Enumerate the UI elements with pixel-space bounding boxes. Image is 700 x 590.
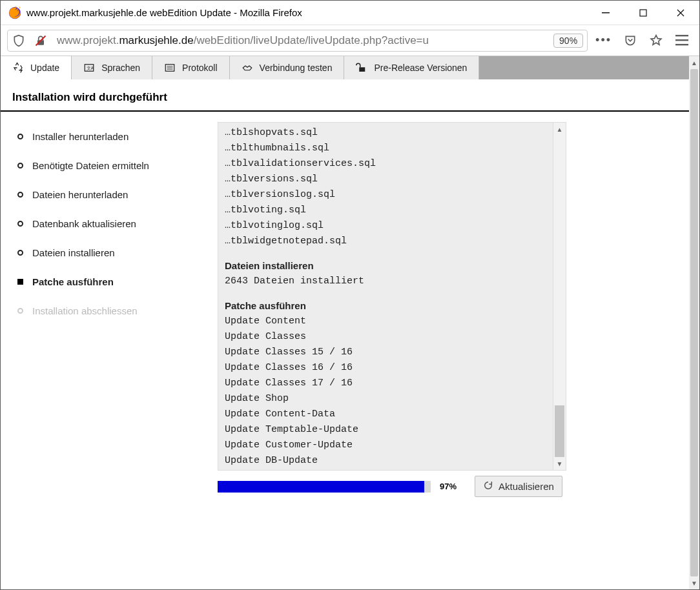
step-bullet-icon [17, 192, 23, 198]
tab-label: Update [30, 63, 59, 73]
page-actions-icon[interactable]: ••• [595, 34, 612, 47]
scroll-down-icon[interactable]: ▼ [553, 457, 566, 470]
window-frame: www.projekt.markusjehle.de webEdition Up… [0, 0, 700, 590]
step-bullet-icon [17, 250, 23, 256]
step-list: Installer herunterladenBenötigte Dateien… [17, 122, 211, 497]
menu-hamburger-icon[interactable] [671, 30, 693, 52]
log-scrollbar[interactable]: ▲ ▼ [553, 123, 566, 470]
tab-sprachen[interactable]: 文ASprachen [72, 56, 152, 79]
svg-rect-14 [360, 67, 365, 72]
pocket-icon[interactable] [619, 30, 641, 52]
step-item: Dateien herunterladen [17, 180, 211, 209]
url-bar[interactable]: www.projekt.markusjehle.de/webEdition/li… [7, 30, 588, 52]
window-title: www.projekt.markusjehle.de webEdition Up… [26, 7, 587, 18]
step-label: Benötigte Dateien ermitteln [32, 160, 149, 171]
lock-disabled-icon[interactable] [30, 30, 52, 52]
app-tabbar: Update文ASprachenProtokollVerbindung test… [1, 56, 689, 79]
recycle-icon [12, 62, 24, 74]
browser-toolbar: www.projekt.markusjehle.de/webEdition/li… [1, 25, 699, 56]
page-scrollbar[interactable]: ▲ ▼ [689, 56, 699, 589]
progress-percent-label: 97% [440, 482, 466, 491]
step-bullet-icon [17, 163, 23, 168]
step-label: Installer herunterladen [32, 131, 129, 142]
log-text: …tblshopvats.sql…tblthumbnails.sql…tblva… [218, 123, 553, 470]
tab-label: Sprachen [101, 63, 140, 73]
tab-label: Verbindung testen [260, 63, 333, 73]
step-label: Dateien herunterladen [32, 189, 128, 200]
url-field[interactable]: www.projekt.markusjehle.de/webEdition/li… [52, 34, 553, 47]
step-label: Installation abschliessen [32, 305, 138, 316]
handshake-icon [242, 62, 253, 74]
step-bullet-icon [17, 134, 23, 139]
tab-protokoll[interactable]: Protokoll [152, 56, 229, 79]
svg-rect-2 [640, 10, 646, 16]
step-label: Datenbank aktualisieren [32, 218, 136, 229]
svg-rect-6 [675, 39, 688, 41]
tab-verbindung-testen[interactable]: Verbindung testen [230, 56, 345, 79]
bookmark-star-icon[interactable] [645, 30, 667, 52]
page-scroll-down-icon[interactable]: ▼ [689, 576, 699, 589]
scroll-thumb[interactable] [555, 405, 564, 457]
shield-icon[interactable] [8, 30, 30, 52]
language-icon: 文A [83, 62, 95, 74]
refresh-icon [483, 480, 493, 493]
step-label: Patche ausführen [32, 276, 114, 287]
lock-open-icon [356, 62, 367, 74]
close-button[interactable] [662, 1, 699, 25]
step-item: Datenbank aktualisieren [17, 209, 211, 238]
zoom-indicator[interactable]: 90% [553, 34, 583, 48]
step-bullet-icon [17, 308, 23, 314]
tab-label: Protokoll [182, 63, 217, 73]
step-bullet-icon [17, 279, 23, 285]
step-bullet-icon [17, 221, 23, 227]
step-item: Installation abschliessen [17, 296, 211, 325]
maximize-button[interactable] [624, 1, 662, 25]
svg-rect-5 [675, 35, 688, 36]
refresh-label: Aktualisieren [499, 481, 554, 492]
scroll-up-icon[interactable]: ▲ [553, 123, 566, 136]
page-scroll-thumb[interactable] [690, 69, 698, 576]
step-item: Patche ausführen [17, 267, 211, 296]
step-item: Benötigte Dateien ermitteln [17, 151, 211, 180]
page-title: Installation wird durchgeführt [1, 79, 689, 112]
page-content: Update文ASprachenProtokollVerbindung test… [1, 56, 689, 589]
tab-label: Pre-Release Versionen [374, 63, 467, 73]
step-label: Dateien installieren [32, 247, 115, 258]
log-panel: …tblshopvats.sql…tblthumbnails.sql…tblva… [218, 122, 566, 471]
svg-rect-1 [602, 12, 610, 14]
firefox-icon [8, 6, 21, 19]
svg-rect-7 [675, 44, 688, 45]
progress-bar-fill [218, 481, 424, 493]
step-item: Installer herunterladen [17, 122, 211, 151]
titlebar: www.projekt.markusjehle.de webEdition Up… [1, 1, 699, 25]
progress-bar [218, 481, 431, 493]
svg-text:文A: 文A [87, 66, 94, 70]
step-item: Dateien installieren [17, 238, 211, 267]
list-icon [164, 62, 176, 74]
tab-pre-release-versionen[interactable]: Pre-Release Versionen [344, 56, 479, 79]
page-scroll-up-icon[interactable]: ▲ [689, 56, 699, 69]
refresh-button[interactable]: Aktualisieren [475, 476, 562, 497]
minimize-button[interactable] [587, 1, 624, 25]
tab-update[interactable]: Update [1, 56, 72, 79]
